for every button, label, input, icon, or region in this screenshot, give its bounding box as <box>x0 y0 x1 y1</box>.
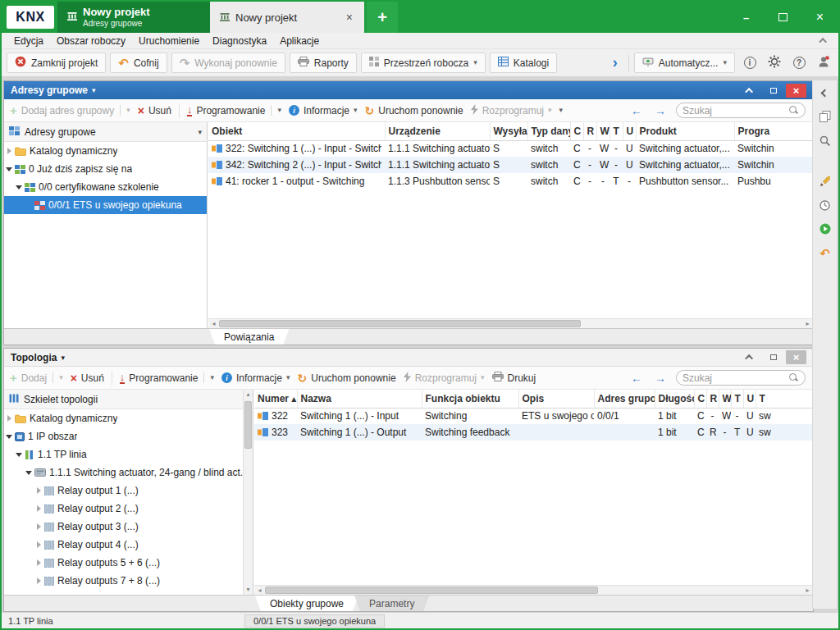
vertical-scrollbar[interactable]: ▴ ▾ <box>243 390 253 595</box>
column-header[interactable]: T <box>609 122 623 140</box>
menu-item[interactable]: Diagnostyka <box>207 35 272 47</box>
collapse-arrow-icon[interactable] <box>6 167 12 171</box>
column-header[interactable]: W <box>719 390 731 408</box>
panel-float-button[interactable] <box>763 350 783 364</box>
column-header[interactable]: U <box>743 390 756 408</box>
add-button[interactable]: Dodaj <box>10 372 63 384</box>
clipboard-icon[interactable] <box>815 108 835 125</box>
tree-item[interactable]: Relay outputs 7 + 8 (...) <box>4 572 253 590</box>
panel-minimize-button[interactable] <box>740 84 760 98</box>
info-dropdown-button[interactable]: Informacje <box>221 372 290 384</box>
horizontal-scrollbar[interactable]: ◂ ▸ <box>254 585 813 595</box>
program-button[interactable]: Programowanie <box>120 372 214 384</box>
column-header[interactable]: T <box>731 390 743 408</box>
tree-item[interactable]: Relay outputs 5 + 6 (...) <box>4 554 253 572</box>
unload-button[interactable]: Rozprogramuj <box>471 104 552 117</box>
expand-arrow-icon[interactable] <box>35 578 42 584</box>
scrollbar-track[interactable] <box>265 586 802 595</box>
menu-item[interactable]: Obszar roboczy <box>51 35 131 47</box>
back-button[interactable] <box>628 372 645 385</box>
tab-obiekty-grupowe[interactable]: Obiekty grupowe <box>255 596 358 611</box>
toolbar-overflow-chevron[interactable] <box>607 54 623 71</box>
tree-item[interactable]: 1.1 TP linia <box>4 445 253 463</box>
column-header[interactable]: R <box>706 390 719 408</box>
tree-item[interactable]: Katalog dynamiczny <box>4 142 207 160</box>
tree-item[interactable]: Relay outputs 9 + 10 (...) <box>4 590 253 595</box>
column-header[interactable]: U <box>623 122 636 140</box>
tree-item[interactable]: 0/0 certyfikowane szkolenie <box>4 178 207 196</box>
search-input[interactable] <box>682 105 789 116</box>
undo-icon[interactable]: ↶ <box>815 244 835 261</box>
panel-float-button[interactable] <box>763 84 783 98</box>
scroll-up-arrow[interactable]: ▴ <box>246 390 249 399</box>
table-row[interactable]: 323Switching 1 (...) - OutputSwitching f… <box>254 424 813 441</box>
column-header[interactable]: Typ danych <box>527 122 570 140</box>
search-input[interactable] <box>682 372 789 384</box>
profile-button[interactable] <box>814 53 833 73</box>
tree-item[interactable]: 0 Już dziś zapisz się na <box>4 160 207 178</box>
search-icon[interactable] <box>815 132 835 148</box>
column-header[interactable]: W <box>596 122 609 140</box>
collapse-arrow-icon[interactable] <box>16 185 22 189</box>
document-tab[interactable]: Nowy projekt <box>210 2 364 33</box>
horizontal-scrollbar[interactable]: ◂ ▸ <box>208 318 813 328</box>
toolbar-more-button[interactable] <box>559 107 564 114</box>
expand-arrow-icon[interactable] <box>35 541 42 548</box>
chevron-down-icon[interactable] <box>277 107 281 114</box>
tree-item[interactable]: Relay output 4 (...) <box>4 536 253 554</box>
tab-close-icon[interactable] <box>345 11 354 24</box>
scroll-left-arrow[interactable]: ◂ <box>208 319 219 328</box>
bus-connection-button[interactable]: Automatycz... <box>634 52 735 73</box>
column-header[interactable]: Progra <box>734 122 813 140</box>
topology-panel-title[interactable]: Topologia <box>4 349 813 367</box>
tree-item[interactable]: Relay output 2 (...) <box>4 500 253 518</box>
scrollbar-track[interactable] <box>219 319 802 328</box>
column-header[interactable]: C <box>570 122 583 140</box>
expand-arrow-icon[interactable] <box>35 559 42 566</box>
chevron-down-icon[interactable] <box>59 374 63 381</box>
menu-item[interactable]: Uruchomienie <box>133 35 205 47</box>
tree-item[interactable]: 0/0/1 ETS u swojego opiekuna <box>4 196 207 214</box>
column-header[interactable]: C <box>694 390 706 408</box>
tree-item[interactable]: Relay output 3 (...) <box>4 518 253 536</box>
column-header[interactable]: R <box>583 122 596 140</box>
scrollbar-thumb[interactable] <box>244 401 252 449</box>
panel-close-button[interactable] <box>786 84 806 98</box>
panel-minimize-button[interactable] <box>740 350 760 364</box>
maximize-button[interactable] <box>765 2 801 33</box>
expand-arrow-icon[interactable] <box>35 487 42 494</box>
collapse-arrow-icon[interactable] <box>6 435 12 439</box>
chevron-down-icon[interactable] <box>126 107 130 114</box>
undo-button[interactable]: Cofnij <box>110 52 167 73</box>
table-row[interactable]: 322: Switching 1 (...) - Input - Switchi… <box>208 140 813 157</box>
scrollbar-thumb[interactable] <box>265 587 598 594</box>
column-header[interactable]: Numer ▴ <box>254 390 297 408</box>
clock-icon[interactable] <box>815 197 835 213</box>
close-button[interactable] <box>801 2 838 33</box>
scrollbar-track[interactable] <box>244 399 253 585</box>
add-group-address-button[interactable]: Dodaj adres grupowy <box>10 104 130 116</box>
catalogs-button[interactable]: Katalogi <box>490 52 557 73</box>
expand-arrow-icon[interactable] <box>35 523 42 530</box>
column-header[interactable]: Opis <box>518 390 594 408</box>
new-tab-button[interactable] <box>367 2 398 33</box>
back-button[interactable] <box>628 104 645 117</box>
menu-item[interactable]: Edycja <box>8 35 49 47</box>
forward-button[interactable] <box>652 104 669 117</box>
tree-view-selector[interactable]: Szkielet topologii <box>4 390 253 409</box>
tab-powiazania[interactable]: Powiązania <box>209 329 289 345</box>
info-dropdown-button[interactable]: Informacje <box>289 105 358 116</box>
redo-button[interactable]: Wykonaj ponownie <box>171 52 285 73</box>
column-header[interactable]: Wysyłany <box>490 122 527 140</box>
tree-item[interactable]: Relay output 1 (...) <box>4 482 253 500</box>
column-header[interactable]: Nazwa <box>297 390 422 408</box>
column-header[interactable]: Długość <box>655 390 694 408</box>
panel-close-button[interactable] <box>786 350 806 364</box>
column-header[interactable]: Funkcja obiektu <box>422 390 518 408</box>
pencil-icon[interactable] <box>815 173 835 189</box>
table-row[interactable]: 322Switching 1 (...) - InputSwitchingETS… <box>254 408 813 424</box>
tab-parametry[interactable]: Parametry <box>354 596 429 611</box>
column-header[interactable]: Urządzenie <box>385 122 490 140</box>
restart-button[interactable]: Uruchom ponownie <box>365 105 463 116</box>
menu-item[interactable]: Aplikacje <box>274 35 325 47</box>
